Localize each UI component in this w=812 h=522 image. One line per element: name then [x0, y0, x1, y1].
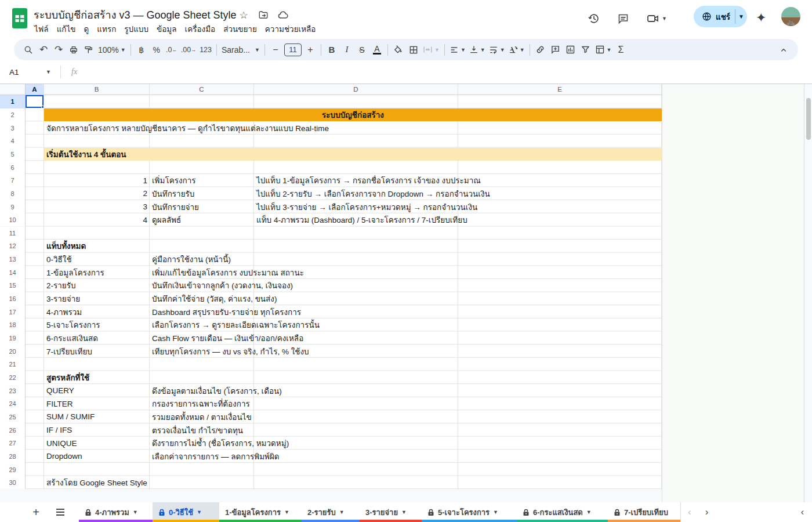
gemini-sparkle-icon[interactable]: ✦: [756, 10, 766, 26]
sheets-logo-icon[interactable]: [12, 8, 28, 29]
sheet-tab-caret-icon[interactable]: ▼: [401, 509, 407, 515]
cell-B30[interactable]: สร้างโดย Google Sheet Style: [44, 476, 150, 490]
menu-8[interactable]: ความช่วยเหลือ: [261, 21, 320, 37]
cell-B20[interactable]: 7-เปรียบเทียบ: [44, 345, 95, 358]
scrollbar-thumb[interactable]: [806, 98, 811, 140]
name-box[interactable]: A1 ▼: [0, 68, 56, 77]
insert-link-icon[interactable]: [533, 42, 548, 58]
sheet-tab-caret-icon[interactable]: ▼: [339, 509, 345, 515]
decrease-font-size-button[interactable]: −: [268, 42, 283, 58]
cell-B5[interactable]: เริ่มต้นใช้งาน 4 ขั้นตอน: [44, 148, 662, 161]
sheet-tab-caret-icon[interactable]: ▼: [493, 509, 498, 515]
row-header-11[interactable]: 11: [0, 227, 26, 240]
cell-C13[interactable]: คู่มือการใช้งาน (หน้านี้): [150, 253, 233, 266]
menu-3[interactable]: แทรก: [93, 21, 120, 37]
row-header-3[interactable]: 3: [0, 121, 26, 135]
menu-1[interactable]: แก้ไข: [53, 21, 80, 37]
row-header-15[interactable]: 15: [0, 279, 26, 292]
text-rotation-icon[interactable]: ▼: [507, 42, 527, 58]
filter-icon[interactable]: [578, 42, 593, 58]
cell-C19[interactable]: Cash Flow รายเดือน — เงินเข้า/ออก/คงเหลื…: [150, 332, 306, 345]
row-header-20[interactable]: 20: [0, 345, 26, 358]
increase-decimals-button[interactable]: .00→: [179, 42, 198, 58]
share-button[interactable]: แชร์ ▼: [694, 6, 747, 27]
sheet-tab-7-เปรียบเทียบ[interactable]: 7-เปรียบเทียบ: [608, 502, 681, 522]
column-header-D[interactable]: D: [254, 84, 458, 95]
menu-2[interactable]: ดู: [80, 21, 93, 37]
sheet-tab-caret-icon[interactable]: ▼: [284, 509, 289, 515]
cell-B25[interactable]: SUM / SUMIF: [44, 411, 97, 424]
cell-B16[interactable]: 3-รายจ่าย: [44, 292, 82, 306]
cell-B22[interactable]: สูตรหลักที่ใช้: [44, 371, 92, 385]
sheet-tab-caret-icon[interactable]: ▼: [197, 509, 202, 515]
row-header-17[interactable]: 17: [0, 305, 26, 318]
row-header-5[interactable]: 5: [0, 148, 26, 161]
bold-button[interactable]: B: [324, 42, 339, 58]
row-header-18[interactable]: 18: [0, 318, 26, 332]
row-header-4[interactable]: 4: [0, 135, 26, 148]
account-avatar[interactable]: 🚲: [781, 7, 800, 26]
sheet-tab-caret-icon[interactable]: ▼: [133, 509, 138, 515]
cell-C23[interactable]: ดึงข้อมูลตามเงื่อนไข (โครงการ, เดือน): [150, 384, 284, 397]
row-header-13[interactable]: 13: [0, 253, 26, 266]
cell-B17[interactable]: 4-ภาพรวม: [44, 305, 84, 318]
cell-C16[interactable]: บันทึกค่าใช้จ่าย (วัสดุ, ค่าแรง, ขนส่ง): [150, 292, 279, 306]
row-header-28[interactable]: 28: [0, 450, 26, 463]
cell-B18[interactable]: 5-เจาะโครงการ: [44, 318, 103, 332]
cell-C14[interactable]: เพิ่ม/แก้ไขข้อมูลโครงการ งบประมาณ สถานะ: [150, 266, 306, 279]
vertical-scrollbar[interactable]: [804, 84, 812, 502]
font-select[interactable]: Sarab...▼: [220, 42, 262, 58]
increase-font-size-button[interactable]: +: [303, 42, 318, 58]
redo-icon[interactable]: ↷: [51, 42, 66, 58]
row-header-16[interactable]: 16: [0, 292, 26, 306]
row-header-12[interactable]: 12: [0, 240, 26, 253]
row-header-26[interactable]: 26: [0, 423, 26, 437]
menu-0[interactable]: ไฟล์: [30, 21, 53, 37]
italic-button[interactable]: I: [339, 42, 354, 58]
cell-B13[interactable]: 0-วิธีใช้: [44, 253, 74, 266]
scroll-tabs-left-icon[interactable]: ‹: [681, 506, 698, 518]
cell-B24[interactable]: FILTER: [44, 397, 75, 411]
row-header-30[interactable]: 30: [0, 476, 26, 490]
cell-B27[interactable]: UNIQUE: [44, 437, 79, 450]
row-header-24[interactable]: 24: [0, 397, 26, 411]
row-header-1[interactable]: 1: [0, 95, 26, 108]
cell-C20[interactable]: เทียบทุกโครงการ — งบ vs จริง, กำไร, % ใช…: [150, 345, 311, 358]
cell-C7[interactable]: เพิ่มโครงการ: [150, 174, 198, 187]
cell-C26[interactable]: ตรวจเงื่อนไข กำไร/ขาดทุน: [150, 423, 245, 437]
cell-B19[interactable]: 6-กระแสเงินสด: [44, 332, 100, 345]
menu-7[interactable]: ส่วนขยาย: [219, 21, 261, 37]
move-folder-icon[interactable]: [257, 9, 270, 21]
text-wrap-icon[interactable]: ▼: [487, 42, 507, 58]
table-views-icon[interactable]: ▼: [593, 42, 614, 58]
row-header-25[interactable]: 25: [0, 411, 26, 424]
cell-D8[interactable]: ไปแท็บ 2-รายรับ → เลือกโครงการจาก Dropdo…: [254, 187, 492, 201]
currency-format-button[interactable]: ฿: [134, 42, 149, 58]
row-header-2[interactable]: 2: [0, 108, 26, 122]
cloud-status-icon[interactable]: [277, 9, 289, 21]
cell-B10[interactable]: 4: [44, 213, 150, 227]
merge-cells-icon[interactable]: ▼: [421, 42, 441, 58]
meet-video-icon[interactable]: ▼: [645, 10, 668, 27]
cell-B8[interactable]: 2: [44, 187, 150, 201]
cell-D9[interactable]: ไปแท็บ 3-รายจ่าย → เลือกโครงการ+หมวดหมู่…: [254, 200, 480, 213]
column-header-C[interactable]: C: [150, 84, 254, 95]
cell-B23[interactable]: QUERY: [44, 384, 77, 397]
cell-C28[interactable]: เลือกค่าจากรายการ — ลดการพิมพ์ผิด: [150, 450, 282, 463]
cell-B3[interactable]: จัดการหลายโครงการ หลายบัญชีธนาคาร — ดูกำ…: [44, 121, 331, 135]
sheet-tab-4-ภาพรวม[interactable]: 4-ภาพรวม▼: [79, 502, 153, 522]
row-header-29[interactable]: 29: [0, 463, 26, 476]
comments-icon[interactable]: [615, 10, 631, 27]
collapse-toolbar-icon[interactable]: [776, 42, 791, 58]
cell-B14[interactable]: 1-ข้อมูลโครงการ: [44, 266, 107, 279]
fill-color-icon[interactable]: [391, 42, 406, 58]
menu-6[interactable]: เครื่องมือ: [181, 21, 220, 37]
insert-comment-icon[interactable]: [548, 42, 563, 58]
cell-C9[interactable]: บันทึกรายจ่าย: [150, 200, 201, 213]
paint-format-icon[interactable]: [81, 42, 96, 58]
strikethrough-button[interactable]: S: [354, 42, 369, 58]
cell-D10[interactable]: แท็บ 4-ภาพรวม (Dashboard) / 5-เจาะโครงกา…: [254, 213, 470, 227]
row-header-14[interactable]: 14: [0, 266, 26, 279]
all-sheets-menu-icon[interactable]: [52, 502, 69, 522]
row-header-22[interactable]: 22: [0, 371, 26, 385]
